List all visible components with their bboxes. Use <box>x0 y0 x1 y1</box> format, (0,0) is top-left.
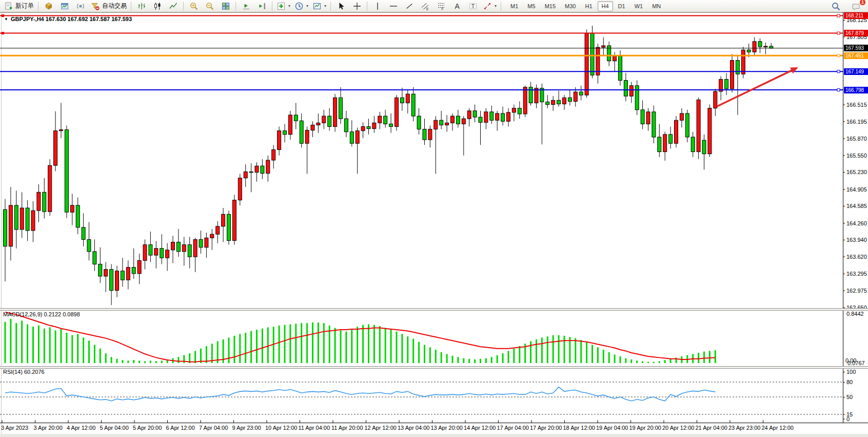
timeframe-m5[interactable]: M5 <box>523 1 539 11</box>
macd-bar <box>289 324 291 363</box>
time-tick-label: 21 Apr 04:00 <box>696 425 727 431</box>
cursor-icon <box>337 2 346 11</box>
time-tick-label: 5 Apr 20:00 <box>133 425 162 431</box>
macd-bar <box>256 330 258 363</box>
macd-bar <box>150 360 151 363</box>
rsi-axis-label: 50 <box>846 394 853 400</box>
macd-bar <box>183 355 185 363</box>
signal-icon <box>76 2 85 11</box>
zoomin-icon <box>189 2 199 11</box>
cursor-button[interactable] <box>333 0 349 12</box>
line-handle[interactable] <box>2 14 4 17</box>
price-tick-label: 168.125 <box>846 17 867 23</box>
market-cube-button[interactable] <box>41 0 56 12</box>
crosshair-button[interactable] <box>349 0 365 12</box>
chevron-down-icon[interactable]: ▾ <box>288 4 290 8</box>
macd-bar <box>452 356 453 363</box>
bar-chart-button[interactable] <box>133 0 149 12</box>
macd-bar <box>457 357 459 363</box>
text-button[interactable]: A <box>449 0 465 12</box>
periods-button[interactable]: ▾ <box>292 0 310 12</box>
line-chart-button[interactable] <box>165 0 181 12</box>
timeframe-mn[interactable]: MN <box>648 1 665 11</box>
time-tick-label: 9 Apr 23:00 <box>232 425 261 431</box>
macd-bar <box>71 335 73 363</box>
price-tick-label: 163.940 <box>846 237 867 243</box>
chevron-down-icon[interactable]: ▾ <box>306 4 308 8</box>
chevron-down-icon[interactable]: ▾ <box>324 4 326 8</box>
labelT-icon: T <box>468 2 478 11</box>
line-handle[interactable] <box>837 32 840 34</box>
chart-canvas[interactable]: 168.125167.805166.515166.195165.870165.5… <box>0 0 868 437</box>
new-order-button[interactable]: 新订单 <box>2 0 36 12</box>
macd-bar <box>306 323 308 363</box>
macd-bar <box>245 333 246 363</box>
panel-separator-rsi[interactable] <box>0 366 868 369</box>
macd-bar <box>491 357 492 363</box>
notifications-button[interactable]: 1 <box>848 1 864 12</box>
trendline-button[interactable] <box>401 0 417 12</box>
macd-bar <box>5 322 6 363</box>
indicators-button[interactable]: ▾ <box>274 0 292 12</box>
zoom-in-button[interactable] <box>186 0 202 12</box>
broadcast-button[interactable] <box>72 0 88 12</box>
timeframe-d1[interactable]: D1 <box>614 1 629 11</box>
horizontal-line-button[interactable] <box>385 0 401 12</box>
fibonacci-button[interactable]: F <box>433 0 449 12</box>
macd-bar <box>88 340 90 363</box>
chevron-down-icon[interactable]: ▾ <box>495 4 497 8</box>
tile-windows-button[interactable] <box>218 0 233 12</box>
equidistant-channel-button[interactable]: E <box>417 0 433 12</box>
macd-bar <box>122 360 123 363</box>
price-tick-label: 165.550 <box>846 153 867 159</box>
auto-scroll-button[interactable] <box>238 0 254 12</box>
timeframe-h1[interactable]: H1 <box>581 1 596 11</box>
timeframe-w1[interactable]: W1 <box>630 1 647 11</box>
line-handle[interactable] <box>2 32 4 34</box>
time-tick-label: 12 Apr 12:00 <box>365 425 397 431</box>
macd-bar <box>603 350 604 363</box>
macd-bar <box>362 325 364 363</box>
timeframe-m30[interactable]: M30 <box>561 1 580 11</box>
macd-bar <box>83 337 84 363</box>
macd-bar <box>608 352 610 363</box>
templates-button[interactable]: ▾ <box>310 0 328 12</box>
chart-shift-button[interactable] <box>254 0 270 12</box>
indicator-icon <box>277 2 286 11</box>
macd-bar <box>586 343 587 363</box>
time-tick-label: 24 Apr 12:00 <box>762 425 794 431</box>
macd-bar <box>233 336 235 363</box>
line-handle[interactable] <box>837 14 840 17</box>
macd-bar <box>318 322 319 363</box>
macd-bar <box>239 334 241 363</box>
macd-bar <box>206 346 207 363</box>
text-label-button[interactable]: T <box>465 0 481 12</box>
line-handle[interactable] <box>837 89 840 91</box>
print-preview-button[interactable] <box>56 0 72 12</box>
timeframe-h4[interactable]: H4 <box>598 1 613 11</box>
hline-icon <box>389 2 398 11</box>
toolbar-separator <box>131 2 131 11</box>
arrows-button[interactable]: ▾ <box>481 0 499 12</box>
macd-bar <box>21 320 23 363</box>
macd-bar <box>497 355 498 363</box>
line-handle[interactable] <box>837 54 840 57</box>
search-button[interactable] <box>828 1 844 12</box>
panel-separator-macd[interactable] <box>0 308 868 311</box>
toolbar-separator <box>367 2 367 11</box>
candlestick-chart-button[interactable] <box>149 0 165 12</box>
macd-bar <box>508 351 509 363</box>
macd-bar <box>664 360 666 363</box>
vertical-line-button[interactable] <box>369 0 385 12</box>
timeframe-m15[interactable]: M15 <box>541 1 560 11</box>
zoom-out-button[interactable] <box>202 0 218 12</box>
toolbar-separator <box>330 2 331 11</box>
auto-trading-button[interactable]: 自动交易 <box>88 0 129 12</box>
timeframe-m1[interactable]: M1 <box>506 1 522 11</box>
line-handle[interactable] <box>837 70 840 73</box>
time-tick-label: 11 Apr 04:00 <box>299 425 330 431</box>
new-order-button-label: 新订单 <box>15 2 34 10</box>
template-icon <box>312 2 322 11</box>
macd-bar <box>161 360 163 363</box>
macd-bar <box>127 360 129 363</box>
